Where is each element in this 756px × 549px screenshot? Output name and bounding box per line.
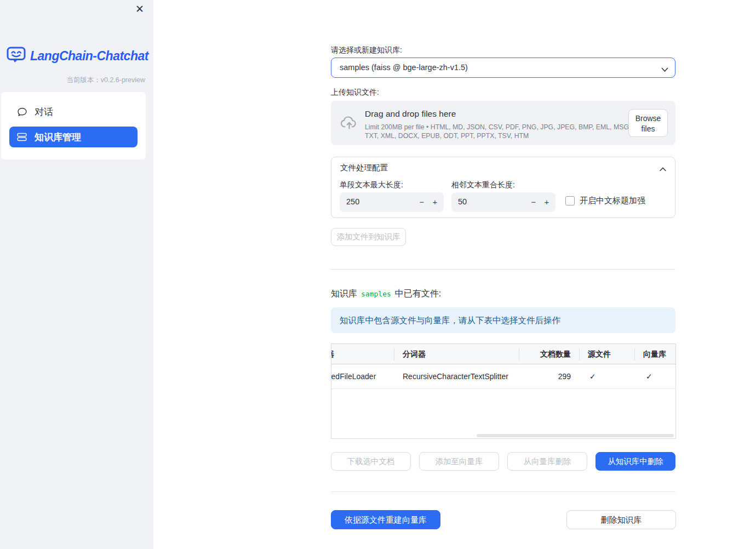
logo-wordmark: LangChain-Chatchat bbox=[30, 49, 148, 64]
expander-title[interactable]: 文件处理配置 bbox=[340, 163, 388, 173]
cell-vector-check: ✓ bbox=[646, 364, 652, 389]
col-source-file: 源文件 bbox=[588, 344, 611, 364]
sidebar-item-label: 对话 bbox=[35, 106, 53, 118]
zh-title-enhance-label: 开启中文标题加强 bbox=[580, 196, 645, 206]
upload-label: 上传知识文件: bbox=[331, 88, 379, 98]
info-banner-text: 知识库中包含源文件与向量库，请从下表中选择文件后操作 bbox=[340, 307, 560, 333]
chevron-up-icon[interactable] bbox=[660, 164, 666, 173]
sidebar-close-icon[interactable]: ✕ bbox=[135, 2, 144, 16]
add-files-to-kb-button[interactable]: 添加文件到知识库 bbox=[331, 228, 406, 246]
dropzone-limit-line2: TXT, XML, DOCX, EPUB, ODT, PPT, PPTX, TS… bbox=[365, 132, 529, 140]
sidebar-item-label: 知识库管理 bbox=[35, 131, 81, 144]
stack-icon bbox=[17, 133, 28, 141]
col-loader: 文档加载器 bbox=[331, 344, 334, 364]
chevron-down-icon bbox=[661, 65, 668, 74]
sidebar-menu: 对话 知识库管理 bbox=[1, 92, 146, 159]
delete-from-kb-button[interactable]: 从知识库中删除 bbox=[595, 452, 675, 471]
horizontal-scrollbar[interactable] bbox=[477, 434, 674, 437]
table-header: 文档加载器 分词器 文档数量 源文件 向量库 bbox=[331, 344, 675, 364]
kb-select-label: 请选择或新建知识库: bbox=[331, 45, 402, 55]
delete-kb-button[interactable]: 删除知识库 bbox=[566, 510, 676, 529]
kb-selectbox-value: samples (faiss @ bge-large-zh-v1.5) bbox=[340, 58, 468, 77]
chunk-size-label: 单段文本最大长度: bbox=[340, 180, 403, 190]
overlap-label: 相邻文本重合长度: bbox=[451, 180, 515, 190]
chunk-size-input: − + bbox=[340, 192, 444, 212]
chatchat-logo-icon bbox=[7, 47, 26, 65]
file-dropzone[interactable]: Drag and drop files here Limit 200MB per… bbox=[331, 101, 675, 145]
version-text: 当前版本：v0.2.6-preview bbox=[66, 76, 145, 85]
col-vector-store: 向量库 bbox=[643, 344, 666, 364]
plus-stepper[interactable]: + bbox=[427, 192, 443, 212]
main-content: 请选择或新建知识库: samples (faiss @ bge-large-zh… bbox=[331, 0, 675, 549]
sidebar-item-knowledge-base[interactable]: 知识库管理 bbox=[9, 127, 138, 147]
zh-title-enhance-checkbox[interactable] bbox=[565, 196, 575, 205]
sidebar-item-dialogue[interactable]: 对话 bbox=[9, 101, 138, 122]
download-selected-button[interactable]: 下载选中文档 bbox=[331, 452, 411, 471]
cell-source-check: ✓ bbox=[589, 364, 596, 389]
files-table: 文档加载器 分词器 文档数量 源文件 向量库 UnstructuredFileL… bbox=[331, 344, 676, 439]
table-row[interactable]: UnstructuredFileLoader RecursiveCharacte… bbox=[331, 364, 675, 389]
cell-splitter: RecursiveCharacterTextSplitter bbox=[403, 364, 508, 389]
cell-loader: UnstructuredFileLoader bbox=[331, 364, 376, 389]
overlap-input: − + bbox=[451, 192, 555, 212]
overlap-value[interactable] bbox=[458, 192, 526, 211]
rebuild-vectorstore-button[interactable]: 依据源文件重建向量库 bbox=[331, 510, 440, 529]
divider bbox=[331, 491, 675, 492]
col-splitter: 分词器 bbox=[403, 344, 426, 364]
divider bbox=[331, 269, 675, 270]
dropzone-title: Drag and drop files here bbox=[365, 109, 456, 119]
plus-stepper[interactable]: + bbox=[539, 192, 554, 212]
chat-bubble-icon bbox=[17, 107, 28, 117]
kb-name-code: samples bbox=[361, 290, 391, 298]
cloud-upload-icon bbox=[340, 115, 358, 131]
logo: LangChain-Chatchat bbox=[7, 47, 148, 65]
kb-selectbox[interactable]: samples (faiss @ bge-large-zh-v1.5) bbox=[331, 58, 675, 78]
add-to-vectorstore-button[interactable]: 添加至向量库 bbox=[419, 452, 499, 471]
browse-files-button[interactable]: Browse files bbox=[628, 109, 668, 137]
chunk-size-value[interactable] bbox=[346, 192, 415, 211]
existing-files-heading: 知识库samples中已有文件: bbox=[331, 288, 441, 300]
file-config-expander: 文件处理配置 单段文本最大长度: − + 相邻文本重合长度: − + 开启中文标… bbox=[331, 157, 675, 218]
info-banner: 知识库中包含源文件与向量库，请从下表中选择文件后操作 bbox=[331, 307, 675, 333]
col-doc-count: 文档数量 bbox=[519, 344, 571, 364]
delete-from-vectorstore-button[interactable]: 从向量库删除 bbox=[507, 452, 587, 471]
sidebar: ✕ LangChain-Chatchat 当前版本：v0.2.6-preview… bbox=[0, 0, 153, 549]
dropzone-limit-line1: Limit 200MB per file • HTML, MD, JSON, C… bbox=[365, 123, 663, 131]
cell-doc-count: 299 bbox=[519, 364, 571, 389]
